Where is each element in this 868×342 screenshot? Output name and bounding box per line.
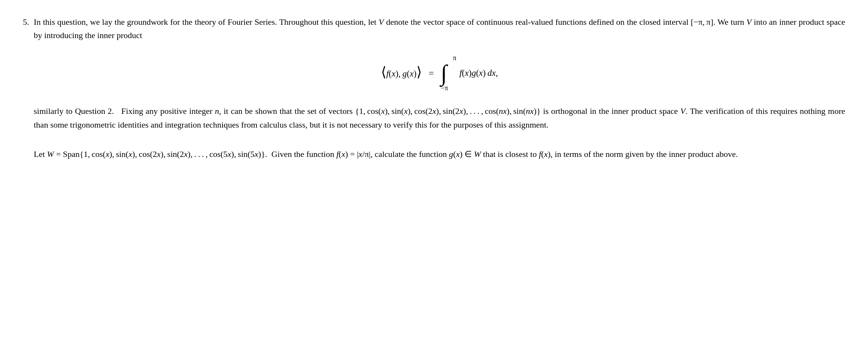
variable-n: n	[215, 106, 219, 116]
variable-W: W	[47, 149, 54, 159]
integrand-x2: x	[479, 68, 483, 78]
spacer	[34, 141, 846, 147]
lhs-x2: x	[410, 69, 413, 78]
question-container: 5. In this question, we lay the groundwo…	[23, 15, 845, 161]
intro-paragraph: In this question, we lay the groundwork …	[34, 15, 846, 42]
question-number: 5.	[23, 15, 29, 29]
formula-display: ⟨f(x), g(x)⟩ = π ∫ −π f(x)g(x) dx,	[34, 53, 846, 94]
integral-with-limits: π ∫ −π	[441, 53, 456, 94]
variable-V-2: V	[746, 17, 751, 27]
integral-expression: π ∫ −π f(x)g(x) dx,	[441, 53, 498, 94]
question-intro-block: In this question, we lay the groundwork …	[34, 15, 846, 161]
rangle-bracket: ⟩	[416, 64, 422, 80]
question-header: 5. In this question, we lay the groundwo…	[23, 15, 845, 161]
langle-bracket: ⟨	[381, 64, 386, 80]
variable-V-1: V	[379, 17, 384, 27]
integrand: f(x)g(x) dx,	[460, 66, 498, 80]
paragraph-2: similarly to Question 2. Fixing any posi…	[34, 104, 846, 132]
differential-x: x	[492, 68, 496, 78]
integrand-f: f	[460, 68, 462, 78]
integrand-g: g	[472, 68, 476, 78]
differential-d: d	[487, 68, 492, 78]
lhs-g: g	[402, 69, 407, 78]
integral-upper-pi: π	[453, 53, 456, 64]
integrand-x1: x	[465, 68, 469, 78]
lhs-x1: x	[392, 69, 396, 78]
integral-lower-negpi: −π	[441, 83, 448, 94]
paragraph-3: Let W = Span{1, cos(x), sin(x), cos(2x),…	[34, 147, 846, 161]
formula-lhs: ⟨f(x), g(x)⟩	[381, 65, 422, 81]
integral-symbol: ∫	[441, 63, 447, 83]
lhs-content: f	[386, 69, 389, 78]
equals-sign: =	[429, 66, 434, 80]
